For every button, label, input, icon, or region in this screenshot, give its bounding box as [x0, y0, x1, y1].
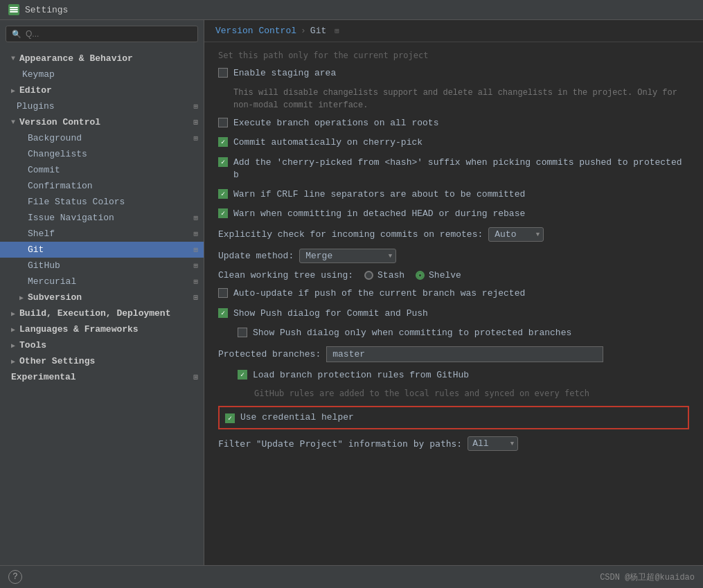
sidebar-item-keymap[interactable]: Keymap [0, 66, 204, 82]
sidebar-item-file-status-colors[interactable]: File Status Colors [0, 194, 204, 210]
breadcrumb-sep: › [301, 26, 306, 36]
sidebar-item-appearance-behavior[interactable]: Appearance & Behavior [0, 51, 204, 66]
show-push-dialog-label: Show Push dialog for Commit and Push [233, 308, 428, 320]
cherry-picked-suffix-row: Add the 'cherry-picked from <hash>' suff… [218, 157, 689, 181]
warn-detached-checkbox[interactable] [218, 208, 228, 218]
chevron-right-icon-5 [11, 341, 15, 350]
incoming-commits-select[interactable]: Auto Always Never [488, 227, 544, 242]
chevron-right-icon-4 [11, 326, 15, 334]
bg-icon: ⊞ [193, 134, 198, 143]
breadcrumb-part2: Git [310, 26, 326, 36]
commit-cherry-pick-checkbox[interactable] [218, 137, 228, 147]
incoming-commits-row: Explicitly check for incoming commits on… [218, 227, 689, 242]
breadcrumb-part1: Version Control [215, 26, 296, 36]
sidebar-item-confirmation[interactable]: Confirmation [0, 178, 204, 194]
chevron-right-icon-6 [11, 357, 15, 366]
enable-staging-checkbox[interactable] [218, 68, 228, 78]
sidebar-item-github[interactable]: GitHub ⊞ [0, 258, 204, 274]
github-rules-desc: GitHub rules are added to the local rule… [218, 389, 689, 399]
chevron-down-icon [11, 55, 15, 62]
cherry-picked-suffix-label: Add the 'cherry-picked from <hash>' suff… [233, 157, 689, 181]
sidebar-item-issue-navigation[interactable]: Issue Navigation ⊞ [0, 210, 204, 226]
chevron-right-icon [11, 87, 15, 95]
shelve-radio[interactable] [416, 271, 425, 280]
stash-radio[interactable] [364, 271, 373, 280]
issue-nav-icon: ⊞ [193, 213, 198, 222]
auto-update-rejected-checkbox[interactable] [218, 288, 228, 298]
help-button[interactable]: ? [8, 570, 22, 584]
sidebar-item-plugins[interactable]: Plugins ⊞ [0, 98, 204, 114]
vc-icon: ⊞ [193, 118, 198, 127]
svg-rect-1 [10, 9, 18, 10]
sidebar-item-tools[interactable]: Tools [0, 337, 204, 353]
use-credential-helper-label: Use credential helper [240, 411, 354, 424]
sidebar-item-background[interactable]: Background ⊞ [0, 130, 204, 146]
stash-option[interactable]: Stash [364, 270, 404, 280]
incoming-commits-select-wrap: Auto Always Never [488, 227, 544, 242]
protected-branches-input[interactable] [326, 346, 603, 362]
auto-update-rejected-label: Auto-update if push of the current branc… [233, 287, 525, 300]
update-method-select[interactable]: Merge Rebase Branch Default [299, 249, 396, 263]
sidebar-item-experimental[interactable]: Experimental ⊞ [0, 369, 204, 385]
show-push-dialog-checkbox[interactable] [218, 308, 228, 318]
title-bar: Settings [0, 0, 703, 20]
content-scroll: Set this path only for the current proje… [204, 42, 703, 565]
update-method-label: Update method: [218, 251, 294, 261]
show-push-protected-checkbox[interactable] [238, 328, 247, 337]
sidebar-item-mercurial[interactable]: Mercurial ⊞ [0, 274, 204, 289]
execute-branch-checkbox[interactable] [218, 118, 228, 127]
sidebar-item-git[interactable]: Git ⊞ [0, 242, 204, 258]
commit-cherry-pick-row: Commit automatically on cherry-pick [218, 136, 689, 149]
plugins-icon: ⊞ [193, 102, 198, 111]
sidebar-item-build[interactable]: Build, Execution, Deployment [0, 305, 204, 321]
sidebar-item-other-settings[interactable]: Other Settings [0, 353, 204, 369]
search-input[interactable] [26, 29, 192, 39]
sidebar-item-subversion[interactable]: Subversion ⊞ [0, 289, 204, 305]
svg-rect-0 [10, 7, 18, 8]
filter-update-select-wrap: All Custom [468, 436, 518, 451]
warn-detached-row: Warn when committing in detached HEAD or… [218, 208, 689, 220]
content-panel: Version Control › Git ⊞ Set this path on… [204, 20, 703, 565]
show-push-dialog-row: Show Push dialog for Commit and Push [218, 308, 689, 320]
clean-working-tree-row: Clean working tree using: Stash Shelve [218, 270, 689, 280]
enable-staging-label: Enable staging area [233, 67, 336, 80]
shelve-option[interactable]: Shelve [416, 270, 461, 280]
load-branch-protection-checkbox[interactable] [238, 370, 247, 380]
sidebar-item-changelists[interactable]: Changelists [0, 146, 204, 162]
breadcrumb: Version Control › Git ⊞ [204, 20, 703, 42]
bottom-bar: ? CSDN @杨卫超@kuaidao [0, 565, 703, 588]
settings-icon [8, 4, 19, 15]
git-icon: ⊞ [193, 245, 198, 254]
watermark-text: CSDN @杨卫超@kuaidao [600, 571, 695, 583]
shelve-label: Shelve [429, 270, 461, 280]
breadcrumb-icon: ⊞ [335, 26, 339, 35]
clean-working-tree-label: Clean working tree using: [218, 270, 353, 280]
enable-staging-desc: This will disable changelists support an… [218, 87, 689, 112]
experimental-icon: ⊞ [193, 373, 198, 382]
sidebar-item-editor[interactable]: Editor [0, 82, 204, 98]
filter-update-label: Filter "Update Project" information by p… [218, 438, 462, 449]
use-credential-helper-row: Use credential helper [218, 406, 689, 429]
sidebar-item-languages[interactable]: Languages & Frameworks [0, 321, 204, 337]
search-icon: 🔍 [12, 30, 21, 39]
warn-crlf-checkbox[interactable] [218, 189, 228, 199]
window-title: Settings [25, 5, 68, 15]
sidebar-item-shelf[interactable]: Shelf ⊞ [0, 226, 204, 242]
sidebar: 🔍 Appearance & Behavior Keymap Editor Pl… [0, 20, 204, 565]
warn-crlf-row: Warn if CRLF line separators are about t… [218, 188, 689, 201]
shelf-icon: ⊞ [193, 229, 198, 238]
filter-update-row: Filter "Update Project" information by p… [218, 436, 689, 451]
execute-branch-row: Execute branch operations on all roots [218, 117, 689, 130]
update-method-select-wrap: Merge Rebase Branch Default [299, 249, 396, 263]
use-credential-helper-checkbox[interactable] [225, 413, 235, 423]
cherry-picked-suffix-checkbox[interactable] [218, 157, 228, 167]
execute-branch-label: Execute branch operations on all roots [233, 117, 438, 130]
sidebar-item-commit[interactable]: Commit [0, 162, 204, 178]
stash-label: Stash [377, 270, 404, 280]
commit-cherry-pick-label: Commit automatically on cherry-pick [233, 136, 422, 149]
chevron-down-icon [11, 118, 15, 126]
filter-update-select[interactable]: All Custom [468, 436, 518, 451]
sidebar-item-version-control[interactable]: Version Control ⊞ [0, 114, 204, 130]
chevron-right-icon-2 [19, 294, 24, 302]
search-box[interactable]: 🔍 [6, 26, 198, 42]
